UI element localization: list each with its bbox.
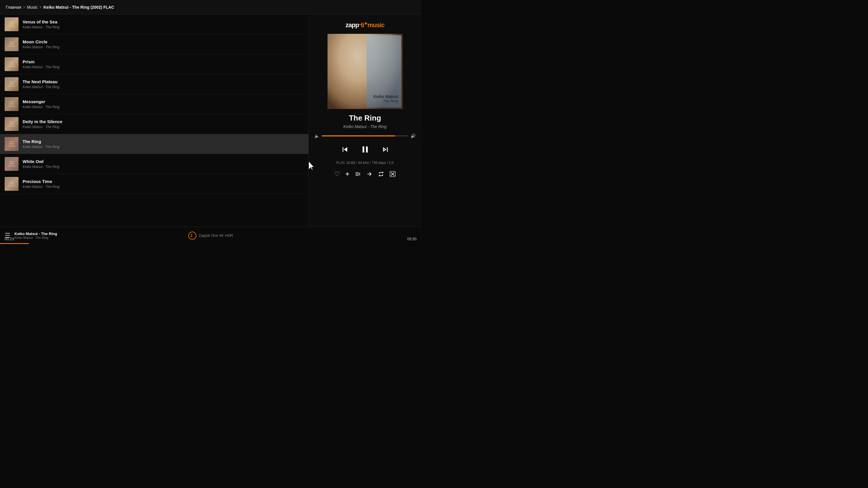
track-thumbnail-art: KeikoMatsuiThe Ring bbox=[5, 157, 19, 171]
track-item[interactable]: KeikoMatsuiThe RingVenus of the SeaKeiko… bbox=[0, 14, 308, 34]
crossfade-button[interactable] bbox=[390, 171, 396, 177]
repeat-button[interactable] bbox=[378, 171, 384, 177]
track-info: The RingKeiko Matsui · The Ring bbox=[23, 139, 304, 149]
track-title: Messenger bbox=[23, 99, 304, 104]
track-thumbnail-art: KeikoMatsuiThe Ring bbox=[5, 77, 19, 91]
volume-slider[interactable] bbox=[322, 135, 408, 136]
track-item[interactable]: KeikoMatsuiThe RingThe Next PlateauKeiko… bbox=[0, 74, 308, 94]
progress-bar bbox=[0, 243, 29, 244]
track-info: The Next PlateauKeiko Matsui · The Ring bbox=[23, 79, 304, 89]
track-subtitle: Keiko Matsui · The Ring bbox=[23, 45, 304, 49]
next-icon bbox=[381, 145, 390, 154]
track-subtitle: Keiko Matsui · The Ring bbox=[23, 85, 304, 89]
track-subtitle: Keiko Matsui · The Ring bbox=[23, 25, 304, 29]
track-info: MessengerKeiko Matsui · The Ring bbox=[23, 99, 304, 109]
track-subtitle: Keiko Matsui · The Ring bbox=[23, 185, 304, 189]
favorite-button[interactable]: ♡ bbox=[334, 170, 340, 178]
track-thumbnail: KeikoMatsuiThe Ring bbox=[5, 157, 19, 171]
track-thumbnail: KeikoMatsuiThe Ring bbox=[5, 37, 19, 51]
track-title: Deity in the Silence bbox=[23, 119, 304, 124]
logo-music: music bbox=[368, 22, 384, 29]
arrow-button[interactable] bbox=[366, 171, 373, 177]
track-thumbnail-art: KeikoMatsuiThe Ring bbox=[5, 97, 19, 111]
playback-controls bbox=[338, 142, 393, 157]
track-info: Venus of the SeaKeiko Matsui · The Ring bbox=[23, 20, 304, 29]
track-info: Precious TimeKeiko Matsui · The Ring bbox=[23, 179, 304, 189]
breadcrumb-home[interactable]: Главная bbox=[6, 5, 21, 9]
track-item[interactable]: KeikoMatsuiThe RingMoon CircleKeiko Mats… bbox=[0, 34, 308, 54]
album-art: Keiko Matsui The Ring bbox=[328, 34, 403, 109]
device-badge: Z Zappiti One 4K HDR bbox=[188, 232, 233, 240]
action-buttons: ♡ + bbox=[334, 170, 396, 178]
track-subtitle: Keiko Matsui · The Ring bbox=[23, 65, 304, 69]
track-info: PrismKeiko Matsui · The Ring bbox=[23, 59, 304, 69]
breadcrumb-music[interactable]: Music bbox=[27, 5, 38, 9]
time-total: 05:55 bbox=[407, 237, 416, 241]
volume-max-icon: 🔊 bbox=[410, 134, 415, 138]
track-thumbnail-art: KeikoMatsuiThe Ring bbox=[5, 137, 19, 151]
track-thumbnail: KeikoMatsuiThe Ring bbox=[5, 77, 19, 91]
audio-info: FLAC 16-Bit / 44 kHz / 745 kbps / 2.0 bbox=[336, 161, 394, 165]
bottom-bar: ☰ Keiko Matsui - The Ring Keiko Matsui ·… bbox=[0, 227, 421, 244]
track-thumbnail-art: KeikoMatsuiThe Ring bbox=[5, 37, 19, 51]
breadcrumb-sep2: > bbox=[39, 5, 42, 9]
volume-fill bbox=[322, 135, 395, 136]
volume-bar: 🔈 🔊 bbox=[314, 134, 415, 138]
track-list: KeikoMatsuiThe RingVenus of the SeaKeiko… bbox=[0, 14, 308, 227]
right-panel: zapp·ti★music Keiko Matsui The Ring The … bbox=[308, 14, 421, 227]
track-item[interactable]: KeikoMatsuiThe RingWhite OwlKeiko Matsui… bbox=[0, 154, 308, 174]
zappiti-logo: zapp·ti★music bbox=[345, 20, 384, 29]
crossfade-icon bbox=[390, 171, 396, 177]
pause-icon bbox=[360, 144, 370, 155]
arrow-right-icon bbox=[366, 171, 373, 177]
repeat-icon bbox=[378, 171, 384, 177]
plus-icon: + bbox=[345, 170, 349, 178]
track-title: White Owl bbox=[23, 159, 304, 164]
logo-iti: ti bbox=[361, 22, 364, 29]
now-playing-title: The Ring bbox=[349, 113, 381, 123]
prev-icon bbox=[340, 145, 349, 154]
track-thumbnail: KeikoMatsuiThe Ring bbox=[5, 18, 19, 31]
pause-button[interactable] bbox=[358, 142, 372, 157]
track-title: Moon Circle bbox=[23, 39, 304, 44]
track-item[interactable]: KeikoMatsuiThe RingPrecious TimeKeiko Ma… bbox=[0, 174, 308, 194]
volume-min-icon: 🔈 bbox=[314, 134, 319, 138]
track-item[interactable]: KeikoMatsuiThe RingThe RingKeiko Matsui … bbox=[0, 134, 308, 154]
track-subtitle: Keiko Matsui · The Ring bbox=[23, 165, 304, 169]
zappiti-device-icon: Z bbox=[188, 232, 196, 240]
track-item[interactable]: KeikoMatsuiThe RingDeity in the SilenceK… bbox=[0, 114, 308, 134]
breadcrumb-current: Keiko Matsui - The Ring (2002) FLAC bbox=[43, 5, 114, 9]
breadcrumb-sep1: > bbox=[23, 5, 25, 9]
track-item[interactable]: KeikoMatsuiThe RingPrismKeiko Matsui · T… bbox=[0, 54, 308, 74]
now-playing-subtitle: Keiko Matsui - The Ring bbox=[343, 124, 386, 129]
track-thumbnail-art: KeikoMatsuiThe Ring bbox=[5, 117, 19, 131]
logo-star: ★ bbox=[364, 21, 368, 26]
album-art-album: The Ring bbox=[373, 99, 398, 103]
track-thumbnail: KeikoMatsuiThe Ring bbox=[5, 117, 19, 131]
track-item[interactable]: KeikoMatsuiThe RingMessengerKeiko Matsui… bbox=[0, 94, 308, 114]
track-thumbnail: KeikoMatsuiThe Ring bbox=[5, 57, 19, 71]
track-thumbnail: KeikoMatsuiThe Ring bbox=[5, 97, 19, 111]
main-content: KeikoMatsuiThe RingVenus of the SeaKeiko… bbox=[0, 14, 421, 227]
track-info: Deity in the SilenceKeiko Matsui · The R… bbox=[23, 119, 304, 129]
album-art-text: Keiko Matsui The Ring bbox=[373, 94, 398, 103]
add-button[interactable]: + bbox=[345, 170, 349, 178]
album-art-artist: Keiko Matsui bbox=[373, 94, 398, 99]
track-info: Moon CircleKeiko Matsui · The Ring bbox=[23, 39, 304, 49]
track-title: The Ring bbox=[23, 139, 304, 144]
heart-icon: ♡ bbox=[334, 170, 340, 178]
track-info: White OwlKeiko Matsui · The Ring bbox=[23, 159, 304, 169]
device-name: Zappiti One 4K HDR bbox=[199, 233, 233, 238]
breadcrumb: Главная > Music > Keiko Matsui - The Rin… bbox=[0, 0, 421, 14]
queue-button[interactable] bbox=[355, 171, 361, 177]
zappiti-z-icon: Z bbox=[190, 233, 195, 238]
track-thumbnail: KeikoMatsuiThe Ring bbox=[5, 137, 19, 151]
track-title: The Next Plateau bbox=[23, 79, 304, 84]
next-button[interactable] bbox=[378, 142, 393, 157]
track-subtitle: Keiko Matsui · The Ring bbox=[23, 125, 304, 129]
track-title: Prism bbox=[23, 59, 304, 64]
track-thumbnail-art: KeikoMatsuiThe Ring bbox=[5, 57, 19, 71]
track-subtitle: Keiko Matsui · The Ring bbox=[23, 145, 304, 149]
track-thumbnail-art: KeikoMatsuiThe Ring bbox=[5, 177, 19, 191]
prev-button[interactable] bbox=[338, 142, 352, 157]
